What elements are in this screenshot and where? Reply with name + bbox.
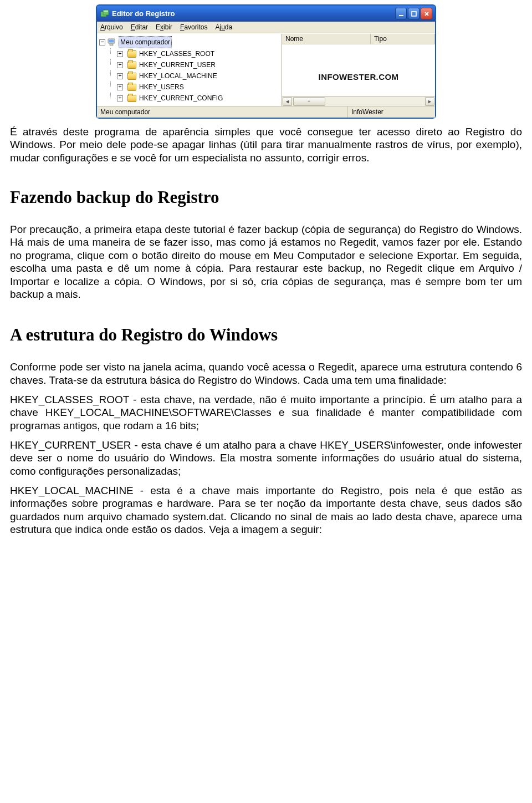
tree-node-label: HKEY_CLASSES_ROOT (139, 48, 214, 59)
expander-plus-icon[interactable]: + (117, 95, 123, 101)
paragraph: Conforme pode ser visto na janela acima,… (10, 360, 522, 387)
menu-arquivo-lbl: rquivo (105, 23, 123, 31)
paragraph: Por precaução, a primeira etapa deste tu… (10, 223, 522, 301)
column-header-nome[interactable]: Nome (282, 34, 371, 44)
app-icon (100, 9, 109, 18)
close-button[interactable] (421, 8, 432, 19)
tree-node-label: HKEY_CURRENT_CONFIG (139, 93, 223, 104)
titlebar[interactable]: Editor do Registro (97, 6, 435, 22)
tree-root-label[interactable]: Meu computador (119, 36, 172, 48)
scroll-thumb[interactable]: ≡ (293, 97, 325, 106)
svg-rect-9 (110, 44, 113, 45)
expander-plus-icon[interactable]: + (117, 84, 123, 90)
statusbar: Meu computador InfoWester (97, 106, 435, 118)
tree-pane[interactable]: − Meu computador + (97, 34, 282, 106)
svg-rect-3 (399, 15, 403, 16)
menu-editar[interactable]: Editar (131, 23, 148, 31)
menu-arquivo[interactable]: Arquivo (100, 23, 123, 31)
window-title: Editor do Registro (112, 9, 395, 18)
status-right: InfoWester (348, 106, 435, 118)
tree-node[interactable]: + HKEY_CLASSES_ROOT (108, 48, 280, 59)
menu-editar-lbl: ditar (135, 23, 148, 31)
folder-icon (127, 73, 136, 80)
tree-node[interactable]: + HKEY_USERS (108, 82, 280, 93)
menu-exibir-lbl: ibir (163, 23, 172, 31)
menu-ajuda-lbl: da (225, 23, 232, 31)
expander-plus-icon[interactable]: + (117, 51, 123, 57)
scroll-left-icon[interactable]: ◄ (283, 97, 292, 106)
tree-node[interactable]: + HKEY_CURRENT_USER (108, 59, 280, 70)
heading-backup: Fazendo backup do Registro (10, 187, 522, 207)
paragraph: HKEY_CURRENT_USER - esta chave é um atal… (10, 439, 522, 477)
registry-editor-window: Editor do Registro Arquivo Editar (96, 4, 436, 119)
tree-node-label: HKEY_LOCAL_MACHINE (139, 70, 217, 82)
folder-icon (127, 50, 136, 58)
status-left: Meu computador (97, 106, 348, 118)
watermark-text: INFOWESTER.COM (319, 72, 399, 82)
list-pane: Nome Tipo INFOWESTER.COM ◄ ≡ ► (282, 34, 435, 106)
menu-favoritos-lbl: avoritos (184, 23, 207, 31)
menu-exibir[interactable]: Exibir (156, 23, 172, 31)
maximize-button[interactable] (408, 8, 420, 19)
svg-rect-4 (412, 12, 416, 16)
tree-node-label: HKEY_USERS (139, 82, 184, 93)
svg-rect-2 (104, 11, 108, 12)
column-header-tipo[interactable]: Tipo (371, 34, 435, 44)
minimize-button[interactable] (395, 8, 407, 19)
tree-node[interactable]: + HKEY_CURRENT_CONFIG (108, 93, 280, 104)
folder-icon (127, 95, 136, 102)
expander-plus-icon[interactable]: + (117, 62, 123, 68)
heading-estrutura: A estrutura do Registro do Windows (10, 325, 522, 345)
menu-ajuda[interactable]: Ajuda (215, 23, 232, 31)
menubar: Arquivo Editar Exibir Favoritos Ajuda (97, 22, 435, 33)
scroll-track[interactable]: ≡ (292, 97, 425, 106)
expander-minus-icon[interactable]: − (99, 39, 105, 45)
folder-icon (127, 62, 136, 69)
paragraph: HKEY_CLASSES_ROOT - esta chave, na verda… (10, 393, 522, 432)
expander-plus-icon[interactable]: + (117, 73, 123, 79)
svg-rect-8 (109, 40, 114, 43)
paragraph: HKEY_LOCAL_MACHINE - esta é a chave mais… (10, 484, 522, 536)
tree-node-label: HKEY_CURRENT_USER (139, 59, 216, 70)
computer-icon (108, 38, 116, 46)
scroll-right-icon[interactable]: ► (425, 97, 434, 106)
horizontal-scrollbar[interactable]: ◄ ≡ ► (282, 96, 435, 106)
menu-favoritos[interactable]: Favoritos (180, 23, 207, 31)
list-body[interactable]: INFOWESTER.COM (282, 44, 435, 96)
tree-node[interactable]: + HKEY_LOCAL_MACHINE (108, 70, 280, 82)
folder-icon (127, 84, 136, 91)
paragraph: É através deste programa de aparência si… (10, 125, 522, 164)
